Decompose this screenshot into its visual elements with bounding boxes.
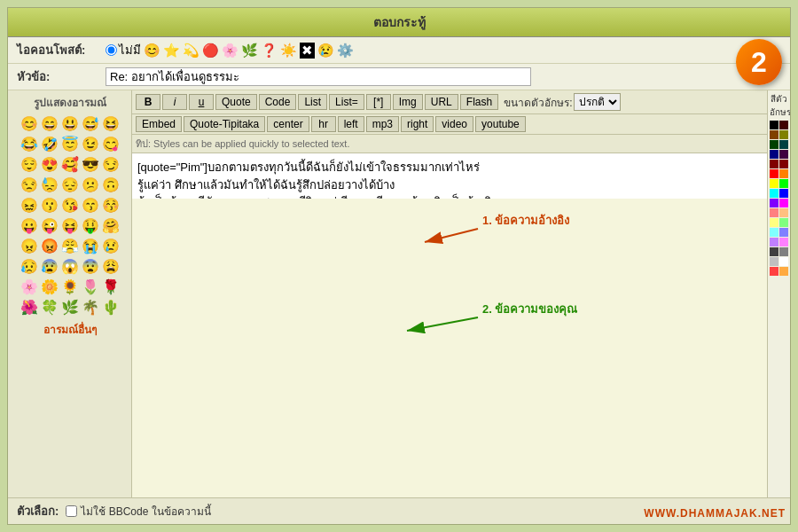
emoji-item[interactable]: 😱 <box>60 257 80 277</box>
emoji-item[interactable]: 😭 <box>81 237 100 256</box>
emoji-item[interactable]: 🙃 <box>101 176 121 195</box>
bbcode-checkbox[interactable] <box>66 505 77 517</box>
emoji-item[interactable]: 😚 <box>101 196 121 215</box>
icon-smiley-6[interactable]: 🌿 <box>241 43 258 59</box>
quote-tipitaka-button[interactable]: Quote-Tipitaka <box>184 116 265 132</box>
center-button[interactable]: center <box>267 116 309 132</box>
quote-button[interactable]: Quote <box>215 94 257 110</box>
emoji-item[interactable]: 😄 <box>40 114 59 134</box>
emoji-item[interactable]: 😤 <box>60 237 80 256</box>
emoji-item[interactable]: 😍 <box>40 155 59 175</box>
color-cell[interactable] <box>770 267 778 276</box>
emoji-more-link[interactable]: อารมณ์อื่นๆ <box>43 321 97 338</box>
color-cell[interactable] <box>770 238 778 246</box>
italic-button[interactable]: i <box>162 94 187 110</box>
emoji-item[interactable]: 😂 <box>20 135 39 154</box>
emoji-item[interactable]: 🌸 <box>20 278 39 297</box>
emoji-item[interactable]: 🌼 <box>40 278 59 297</box>
emoji-item[interactable]: 😉 <box>81 135 100 154</box>
color-cell[interactable] <box>770 121 778 129</box>
special-button[interactable]: [*] <box>366 94 391 110</box>
color-cell[interactable] <box>779 228 788 237</box>
emoji-item[interactable]: 😏 <box>101 155 121 175</box>
color-cell[interactable] <box>779 169 788 178</box>
emoji-item[interactable]: 😓 <box>40 176 59 195</box>
list-ordered-button[interactable]: List= <box>329 94 364 110</box>
color-cell[interactable] <box>770 140 778 149</box>
url-button[interactable]: URL <box>425 94 458 110</box>
emoji-item[interactable]: 😖 <box>20 196 39 215</box>
subject-input[interactable] <box>106 67 531 86</box>
emoji-item[interactable]: 😌 <box>20 155 39 175</box>
color-cell[interactable] <box>779 189 788 198</box>
emoji-item[interactable]: 😊 <box>20 114 39 134</box>
color-cell[interactable] <box>779 208 788 217</box>
emoji-item[interactable]: 🤑 <box>81 216 100 236</box>
mp3-button[interactable]: mp3 <box>366 116 399 132</box>
emoji-item[interactable]: 😥 <box>20 257 39 277</box>
emoji-item[interactable]: 😙 <box>81 196 100 215</box>
color-cell[interactable] <box>779 150 788 159</box>
color-cell[interactable] <box>779 218 788 227</box>
color-cell[interactable] <box>779 267 788 276</box>
color-cell[interactable] <box>770 189 778 198</box>
flash-button[interactable]: Flash <box>460 94 498 110</box>
emoji-item[interactable]: 😩 <box>101 257 121 277</box>
icon-smiley-7[interactable]: ❓ <box>261 43 278 59</box>
emoji-item[interactable]: 😕 <box>81 176 100 195</box>
list-button[interactable]: List <box>298 94 327 110</box>
icon-smiley-2[interactable]: ⭐ <box>163 43 180 59</box>
emoji-item[interactable]: 🌴 <box>81 298 100 317</box>
color-cell[interactable] <box>770 257 778 266</box>
emoji-item[interactable]: 😇 <box>60 135 80 154</box>
emoji-item[interactable]: 🌻 <box>60 278 80 297</box>
right-button[interactable]: right <box>401 116 434 132</box>
icon-smiley-9[interactable]: ✖ <box>300 43 315 59</box>
emoji-item[interactable]: 😎 <box>81 155 100 175</box>
emoji-item[interactable]: 😢 <box>101 237 121 256</box>
color-cell[interactable] <box>770 160 778 168</box>
icon-smiley-8[interactable]: ☀️ <box>280 43 297 59</box>
emoji-item[interactable]: 🌹 <box>101 278 121 297</box>
color-cell[interactable] <box>770 150 778 159</box>
color-cell[interactable] <box>779 160 788 168</box>
bold-button[interactable]: B <box>136 94 160 110</box>
video-button[interactable]: video <box>435 116 473 132</box>
color-cell[interactable] <box>770 228 778 237</box>
emoji-item[interactable]: 🥰 <box>60 155 80 175</box>
icon-smiley-11[interactable]: ⚙️ <box>337 43 354 59</box>
color-cell[interactable] <box>779 140 788 149</box>
color-cell[interactable] <box>770 208 778 217</box>
emoji-item[interactable]: 😃 <box>60 114 80 134</box>
emoji-item[interactable]: 😰 <box>40 257 59 277</box>
emoji-item[interactable]: 😛 <box>20 216 39 236</box>
emoji-item[interactable]: 🌿 <box>60 298 80 317</box>
color-cell[interactable] <box>779 121 788 129</box>
hr-button[interactable]: hr <box>311 116 336 132</box>
left-button[interactable]: left <box>338 116 364 132</box>
emoji-item[interactable]: 😅 <box>81 114 100 134</box>
emoji-item[interactable]: 😨 <box>81 257 100 277</box>
color-cell[interactable] <box>779 199 788 207</box>
message-textarea[interactable]: [quote="Pim"]บอกตามตรงทุกวันนี้ดีฉันก็ยั… <box>132 153 767 199</box>
emoji-item[interactable]: 😜 <box>40 216 59 236</box>
color-cell[interactable] <box>770 179 778 188</box>
emoji-item[interactable]: 😔 <box>60 176 80 195</box>
icon-smiley-3[interactable]: 💫 <box>183 43 200 59</box>
emoji-item[interactable]: 🍀 <box>40 298 59 317</box>
emoji-item[interactable]: 😡 <box>40 237 59 256</box>
color-cell[interactable] <box>770 169 778 178</box>
emoji-item[interactable]: 😒 <box>20 176 39 195</box>
emoji-item[interactable]: 🤣 <box>40 135 59 154</box>
color-cell[interactable] <box>770 218 778 227</box>
emoji-item[interactable]: 😝 <box>60 216 80 236</box>
icon-smiley-1[interactable]: 😊 <box>144 43 160 59</box>
emoji-item[interactable]: 🌺 <box>20 298 39 317</box>
img-button[interactable]: Img <box>393 94 423 110</box>
color-cell[interactable] <box>779 238 788 246</box>
emoji-item[interactable]: 😠 <box>20 237 39 256</box>
emoji-item[interactable]: 🤗 <box>101 216 121 236</box>
color-cell[interactable] <box>779 130 788 139</box>
underline-button[interactable]: u <box>189 94 214 110</box>
code-button[interactable]: Code <box>259 94 297 110</box>
